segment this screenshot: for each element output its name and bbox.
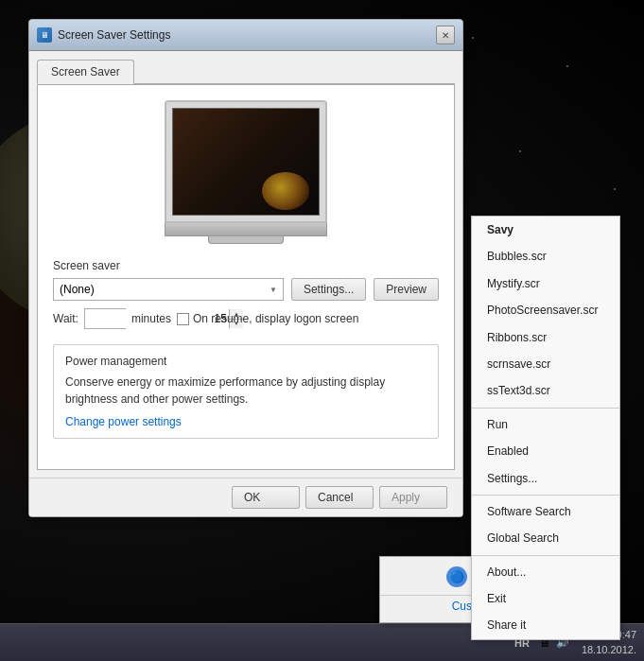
dialog-buttons: OK Cancel Apply — [29, 478, 462, 516]
ctx-menu-item-7[interactable]: Run — [472, 411, 619, 438]
ctx-menu-item-8[interactable]: Enabled — [472, 438, 619, 464]
screen-saver-label: Screen saver — [53, 259, 439, 272]
ok-button[interactable]: OK — [232, 486, 300, 509]
ctx-menu-item-11[interactable]: Global Search — [472, 525, 619, 551]
wait-spinbox[interactable]: ▲ ▼ — [84, 308, 126, 329]
change-power-settings-link[interactable]: Change power settings — [65, 415, 182, 428]
power-management-section: Power management Conserve energy or maxi… — [53, 344, 439, 439]
monitor-screen — [172, 108, 320, 216]
panel-content: Screen saver (None) ▼ Settings... Previe… — [37, 84, 455, 470]
ctx-menu-item-10[interactable]: Software Search — [472, 498, 619, 525]
tab-screen-saver[interactable]: Screen Saver — [37, 60, 134, 84]
tray-icon-1[interactable]: 🔵 — [446, 566, 467, 587]
ctx-menu-item-12[interactable]: About... — [472, 559, 619, 585]
monitor-preview — [53, 100, 439, 244]
dropdown-arrow-icon: ▼ — [270, 286, 277, 294]
dialog-content: Screen Saver Screen saver — [29, 51, 462, 478]
ctx-menu-item-6[interactable]: ssText3d.scr — [472, 377, 619, 404]
monitor-foot — [208, 236, 284, 244]
ctx-separator-6 — [472, 408, 619, 409]
ctx-menu-item-0[interactable]: Savy — [472, 217, 619, 243]
desktop: 🖥 Screen Saver Settings ✕ Screen Saver — [0, 0, 644, 661]
ctx-menu-item-14[interactable]: Share it — [472, 612, 619, 638]
ctx-menu-item-1[interactable]: Bubbles.scr — [472, 243, 619, 270]
wait-label: Wait: — [53, 312, 78, 325]
monitor-assembly — [165, 100, 327, 244]
power-desc: Conserve energy or maximize performance … — [65, 374, 426, 408]
apply-button[interactable]: Apply — [379, 486, 447, 509]
dialog-close-button[interactable]: ✕ — [436, 26, 455, 44]
wait-row: Wait: ▲ ▼ minutes On resume, display log… — [53, 308, 439, 329]
screen-saver-dialog: 🖥 Screen Saver Settings ✕ Screen Saver — [28, 19, 463, 517]
dialog-title-left: 🖥 Screen Saver Settings — [37, 27, 170, 43]
ctx-menu-item-5[interactable]: scrnsave.scr — [472, 351, 619, 377]
power-title: Power management — [65, 355, 426, 368]
ctx-menu-item-3[interactable]: PhotoScreensaver.scr — [472, 297, 619, 323]
checkbox-label: On resume, display logon screen — [193, 312, 358, 325]
ctx-menu-item-9[interactable]: Settings... — [472, 465, 619, 492]
screen-saver-row: (None) ▼ Settings... Preview — [53, 278, 439, 301]
clock-date: 18.10.2012. — [582, 643, 636, 657]
ctx-separator-11 — [472, 555, 619, 556]
cancel-button[interactable]: Cancel — [305, 486, 374, 509]
ctx-menu-item-13[interactable]: Exit — [472, 585, 619, 612]
dropdown-value: (None) — [60, 283, 95, 296]
settings-button[interactable]: Settings... — [291, 278, 366, 301]
screen-saver-dropdown[interactable]: (None) ▼ — [53, 278, 284, 301]
ctx-menu-item-2[interactable]: Mystify.scr — [472, 270, 619, 297]
ctx-menu-item-4[interactable]: Ribbons.scr — [472, 324, 619, 351]
minutes-label: minutes — [131, 312, 171, 325]
checkbox-row: On resume, display logon screen — [177, 312, 358, 325]
dialog-icon: 🖥 — [37, 27, 52, 43]
context-menu: SavyBubbles.scrMystify.scrPhotoScreensav… — [471, 216, 620, 640]
tab-strip: Screen Saver — [37, 59, 455, 84]
monitor-base — [165, 223, 327, 236]
monitor-frame — [165, 100, 327, 223]
ctx-separator-9 — [472, 495, 619, 496]
preview-button[interactable]: Preview — [374, 278, 439, 301]
dialog-title-text: Screen Saver Settings — [58, 28, 170, 42]
dialog-titlebar: 🖥 Screen Saver Settings ✕ — [29, 20, 462, 51]
logon-screen-checkbox[interactable] — [177, 313, 189, 325]
